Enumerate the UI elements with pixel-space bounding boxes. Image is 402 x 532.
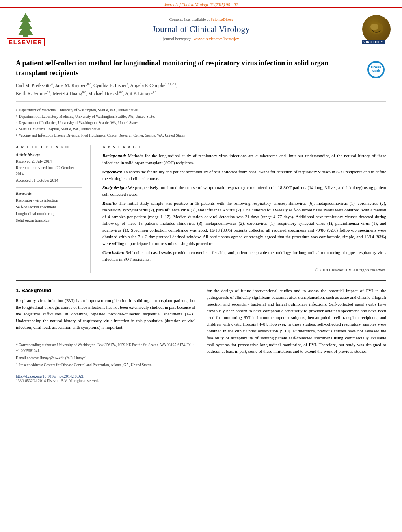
keywords-list: Respiratory virus infection Self-collect…	[16, 197, 82, 224]
article-history-label: Article history:	[16, 152, 82, 157]
journal-header: ELSEVIER Contents lists available at Sci…	[0, 7, 402, 50]
keyword-1: Respiratory virus infection	[16, 197, 82, 204]
body-para-2: for the design of future interventional …	[207, 287, 386, 354]
citation-text: Journal of Clinical Virology 62 (2015) 9…	[164, 2, 238, 7]
doi-link[interactable]: http://dx.doi.org/10.1016/j.jcv.2014.10.…	[16, 374, 84, 378]
section-1-heading: 1. Background	[16, 287, 195, 293]
body-para-1: Respiratory virus infection (RVI) is an …	[16, 297, 195, 331]
abstract-col: A B S T R A C T Background: Methods for …	[102, 145, 386, 273]
footnotes-section: * Corresponding author at: University of…	[16, 339, 195, 368]
body-right-text: for the design of future interventional …	[207, 287, 386, 354]
body-left-col: 1. Background Respiratory virus infectio…	[16, 287, 195, 383]
article-info-heading: A R T I C L E I N F O	[16, 145, 82, 149]
svg-marker-1	[18, 13, 33, 35]
footnote-present-address: 1 Present address: Centers for Disease C…	[16, 362, 195, 368]
virology-circle-img	[362, 15, 391, 43]
sciencedirect-line: Contents lists available at ScienceDirec…	[47, 17, 355, 22]
elsevier-label: ELSEVIER	[7, 38, 44, 46]
affil-d: d Seattle Children's Hospital, Seattle, …	[16, 126, 386, 132]
article-title-text: A patient self-collection method for lon…	[16, 58, 359, 97]
affil-e: e Vaccine and Infectious Disease Divisio…	[16, 132, 386, 139]
elsevier-tree-icon	[12, 12, 39, 37]
footnote-email: E-mail address: limaye@uw.edu (A.P. Lima…	[16, 355, 195, 361]
footnote-corresponding: * Corresponding author at: University of…	[16, 342, 195, 354]
journal-title-block: Contents lists available at ScienceDirec…	[47, 17, 355, 41]
footer-doi: http://dx.doi.org/10.1016/j.jcv.2014.10.…	[16, 374, 195, 378]
virology-image-icon	[367, 20, 386, 38]
article-history-dates: Received 23 July 2014 Received in revise…	[16, 158, 82, 184]
article-info-abstract: A R T I C L E I N F O Article history: R…	[16, 145, 386, 273]
abstract-study-design: Study design: We prospectively monitored…	[102, 184, 386, 198]
keyword-4: Solid organ transplant	[16, 217, 82, 224]
received-revised-date: Received in revised form 22 October 2014	[16, 165, 82, 177]
body-section-1: 1. Background Respiratory virus infectio…	[16, 287, 386, 383]
journal-citation: Journal of Clinical Virology 62 (2015) 9…	[0, 0, 402, 7]
affil-b: b Department of Laboratory Medicine, Uni…	[16, 113, 386, 120]
body-left-text: Respiratory virus infection (RVI) is an …	[16, 297, 195, 331]
footer-issn: 1386-6532/© 2014 Elsevier B.V. All right…	[16, 378, 195, 383]
article-info-col: A R T I C L E I N F O Article history: R…	[16, 145, 91, 273]
authors-list: Carl M. Preiksaitisa, Jane M. Kuypersb,e…	[16, 82, 359, 97]
author-keith-jerome: Keith R. Jeromeb,e	[16, 91, 50, 96]
main-content: A patient self-collection method for lon…	[0, 50, 402, 391]
affil-c: c Department of Pediatrics, University o…	[16, 120, 386, 126]
accepted-date: Accepted 31 October 2014	[16, 177, 82, 184]
abstract-text-block: Background: Methods for the longitudinal…	[102, 152, 386, 273]
journal-title: Journal of Clinical Virology	[47, 24, 355, 34]
article-title-section: A patient self-collection method for lon…	[16, 58, 386, 102]
journal-homepage: journal homepage: www.elsevier.com/locat…	[47, 37, 355, 41]
virology-label: VIROLOGY	[362, 40, 385, 44]
virology-logo: VIROLOGY	[359, 13, 394, 45]
svg-point-3	[370, 24, 378, 30]
svg-text:Mark: Mark	[372, 69, 380, 73]
article-title: A patient self-collection method for lon…	[16, 58, 359, 78]
section-separator	[16, 280, 386, 281]
abstract-objectives: Objectives: To assess the feasibility an…	[102, 169, 386, 182]
svg-text:Cross: Cross	[371, 65, 381, 69]
crossmark-icon: Cross Mark	[367, 60, 385, 79]
keyword-3: Longitudinal monitoring	[16, 210, 82, 217]
elsevier-logo: ELSEVIER	[8, 12, 43, 46]
body-right-col: for the design of future interventional …	[207, 287, 386, 383]
received-date: Received 23 July 2014	[16, 158, 82, 165]
keywords-label: Keywords:	[16, 191, 82, 195]
abstract-results: Results: The initial study sample was po…	[102, 200, 386, 247]
keyword-2: Self-collection specimens	[16, 204, 82, 210]
affil-a: a Department of Medicine, University of …	[16, 107, 386, 113]
crossmark-logo: Cross Mark	[367, 60, 386, 80]
divider	[16, 187, 82, 188]
sciencedirect-link[interactable]: ScienceDirect	[210, 17, 233, 22]
abstract-heading: A B S T R A C T	[102, 145, 386, 149]
abstract-conclusion: Conclusion: Self-collected nasal swabs p…	[102, 249, 386, 263]
abstract-copyright: © 2014 Elsevier B.V. All rights reserved…	[102, 267, 386, 273]
homepage-link[interactable]: www.elsevier.com/locate/jcv	[194, 37, 239, 41]
abstract-background: Background: Methods for the longitudinal…	[102, 152, 386, 166]
affiliations-block: a Department of Medicine, University of …	[16, 107, 386, 139]
